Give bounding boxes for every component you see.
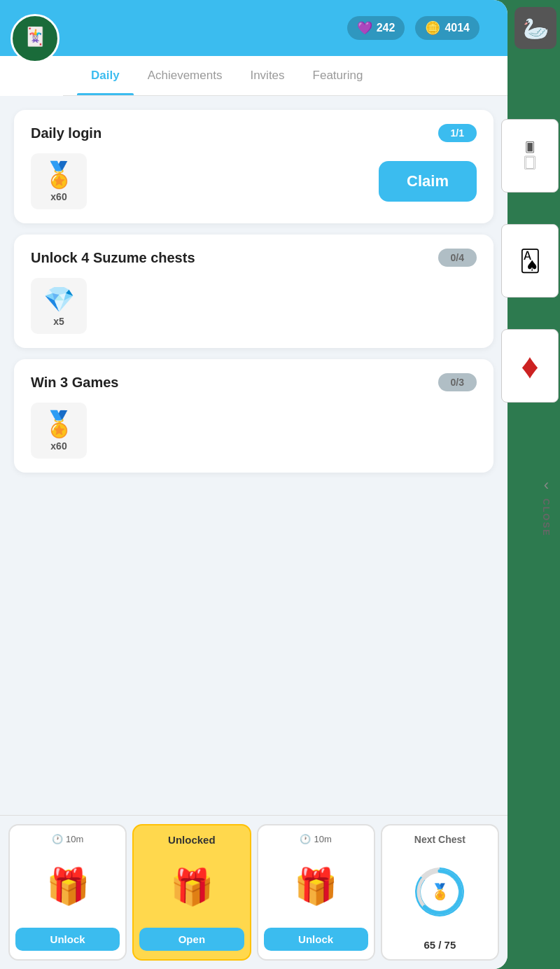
currency-bar: 💜 242 🪙 4014 — [347, 16, 479, 40]
task-progress-daily-login: 1/1 — [438, 124, 477, 142]
card-decoration-1: 🂠🀆 — [501, 119, 559, 193]
reward-icon-win-games: 🏅 — [43, 410, 75, 439]
main-panel: 💜 242 🪙 4014 🃏 Daily Achievements Invite… — [0, 0, 507, 969]
task-card-unlock-chests: Unlock 4 Suzume chests 0/4 💎 x5 — [14, 235, 493, 348]
right-side-panel: 🦢 🂠🀆 🂡 ♦ ‹ CLOSE — [497, 0, 560, 969]
close-label: CLOSE — [541, 499, 552, 537]
chest-icon-1: 🎁 — [46, 869, 90, 904]
task-progress-unlock-chests: 0/4 — [438, 249, 477, 267]
progress-ring-svg — [415, 867, 464, 916]
task-reward-daily-login: 🏅 x60 Claim — [31, 153, 477, 209]
next-chest-slot: Next Chest 🏅 65 / 75 — [381, 824, 499, 961]
reward-count-unlock-chests: x5 — [53, 316, 64, 327]
reward-icon-daily-login: 🏅 — [43, 160, 75, 190]
unlock-button-1[interactable]: Unlock — [15, 928, 120, 951]
gem-icon: 💜 — [357, 20, 372, 36]
task-header-daily-login: Daily login 1/1 — [31, 124, 477, 142]
avatar: 🃏 — [10, 14, 59, 63]
header: 💜 242 🪙 4014 — [0, 0, 507, 56]
task-progress-win-games: 0/3 — [438, 373, 477, 391]
card-decoration-3: ♦ — [501, 329, 559, 403]
chest-slot-2: Unlocked 🎁 Open — [132, 824, 251, 961]
task-header-unlock-chests: Unlock 4 Suzume chests 0/4 — [31, 249, 477, 267]
chest-slot-1: 🕐 10m 🎁 Unlock — [8, 824, 127, 961]
close-panel[interactable]: ‹ CLOSE — [541, 476, 552, 537]
task-reward-win-games: 🏅 x60 — [31, 403, 477, 459]
task-title-daily-login: Daily login — [31, 125, 102, 141]
tab-daily[interactable]: Daily — [77, 56, 134, 95]
currency-badge-2: 🪙 4014 — [415, 16, 479, 40]
reward-count-daily-login: x60 — [50, 191, 66, 202]
task-card-daily-login: Daily login 1/1 🏅 x60 Claim — [14, 110, 493, 223]
reward-count-win-games: x60 — [50, 440, 66, 452]
next-chest-title: Next Chest — [414, 834, 465, 845]
task-card-win-games: Win 3 Games 0/3 🏅 x60 — [14, 359, 493, 473]
unlock-button-3[interactable]: Unlock — [264, 928, 368, 951]
chevron-left-icon: ‹ — [544, 476, 549, 494]
card-decoration-2: 🂡 — [501, 224, 559, 298]
clock-icon-3: 🕐 — [300, 834, 311, 844]
next-chest-progress-ring: 🏅 — [415, 867, 464, 916]
game-logo-icon: 🦢 — [514, 7, 556, 49]
tab-bar: Daily Achievements Invites Featuring — [63, 56, 507, 96]
chest-slot-3: 🕐 10m 🎁 Unlock — [257, 824, 375, 961]
reward-box-win-games: 🏅 x60 — [31, 403, 87, 459]
coin-icon: 🪙 — [425, 20, 440, 36]
next-chest-count: 65 / 75 — [424, 939, 456, 951]
reward-box-unlock-chests: 💎 x5 — [31, 278, 87, 334]
chest-icon-3: 🎁 — [294, 869, 337, 904]
task-reward-unlock-chests: 💎 x5 — [31, 278, 477, 334]
tab-achievements[interactable]: Achievements — [134, 56, 237, 95]
task-title-win-games: Win 3 Games — [31, 375, 118, 391]
open-button[interactable]: Open — [139, 928, 244, 951]
currency-badge-1: 💜 242 — [347, 16, 405, 40]
chest-bar: 🕐 10m 🎁 Unlock Unlocked 🎁 Open 🕐 10m 🎁 U… — [0, 815, 507, 969]
task-title-unlock-chests: Unlock 4 Suzume chests — [31, 250, 195, 266]
reward-icon-unlock-chests: 💎 — [43, 285, 75, 314]
chest-unlocked-label: Unlocked — [168, 834, 216, 846]
tab-featuring[interactable]: Featuring — [299, 56, 377, 95]
currency2-amount: 4014 — [444, 22, 470, 34]
reward-box-daily-login: 🏅 x60 — [31, 153, 87, 209]
chest-icon-2: 🎁 — [170, 870, 214, 905]
tab-invites[interactable]: Invites — [236, 56, 298, 95]
task-header-win-games: Win 3 Games 0/3 — [31, 373, 477, 391]
clock-icon-1: 🕐 — [52, 834, 63, 844]
nav-bar: Daily Achievements Invites Featuring — [0, 56, 507, 96]
content-area: Daily login 1/1 🏅 x60 Claim Unlock 4 Suz… — [0, 96, 507, 815]
chest-timer-1: 🕐 10m — [52, 834, 83, 844]
claim-button[interactable]: Claim — [379, 161, 477, 202]
chest-timer-3: 🕐 10m — [300, 834, 331, 844]
currency1-amount: 242 — [377, 22, 396, 34]
